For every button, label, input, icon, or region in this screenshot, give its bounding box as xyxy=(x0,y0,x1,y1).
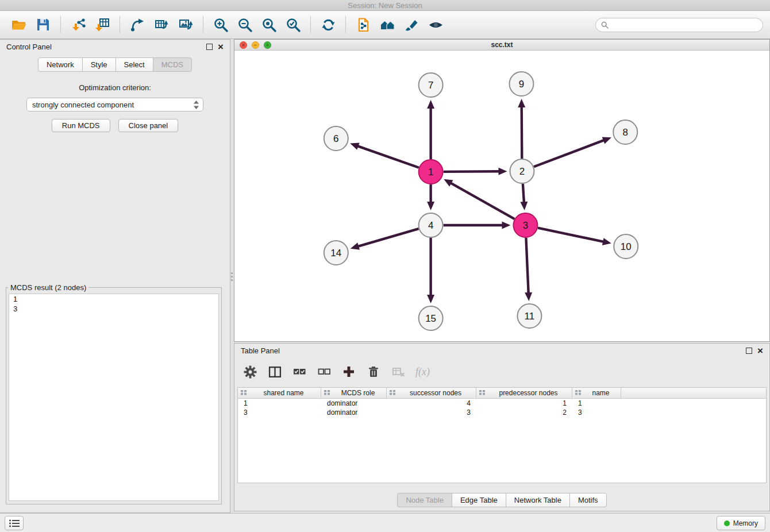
edge-2-9[interactable] xyxy=(522,106,522,159)
edge-arrowhead xyxy=(520,202,528,210)
graph-node-4[interactable]: 4 xyxy=(419,213,443,237)
import-table-button[interactable] xyxy=(90,13,114,36)
add-column-button[interactable] xyxy=(341,364,356,379)
apply-style-button[interactable] xyxy=(399,13,424,36)
toolbar-separator xyxy=(60,16,61,33)
edge-1-6[interactable] xyxy=(357,146,419,168)
graph-node-7[interactable]: 7 xyxy=(419,73,443,97)
graph-node-1[interactable]: 1 xyxy=(419,160,443,184)
node-table: shared nameMCDS rolesuccessor nodesprede… xyxy=(237,387,767,483)
export-image-icon xyxy=(178,17,194,33)
zoom-fit-icon xyxy=(261,17,277,33)
graph-node-8[interactable]: 8 xyxy=(613,120,637,144)
zoom-out-button[interactable] xyxy=(233,13,257,36)
save-session-button[interactable] xyxy=(31,13,55,36)
edge-3-10[interactable] xyxy=(538,228,605,242)
mcds-result-list[interactable]: 13 xyxy=(9,294,219,501)
table-row[interactable]: 1dominator411 xyxy=(238,399,766,408)
mcds-result-item[interactable]: 3 xyxy=(9,304,218,314)
panel-toggle-button[interactable] xyxy=(5,516,24,530)
network-document-button[interactable] xyxy=(351,13,375,36)
close-panel-button[interactable]: Close panel xyxy=(118,119,179,132)
column-header-MCDS-role[interactable]: MCDS role xyxy=(321,388,387,398)
search-field[interactable] xyxy=(595,18,763,32)
graph-node-6[interactable]: 6 xyxy=(324,126,348,151)
close-panel-icon[interactable]: × xyxy=(218,44,224,50)
tab-style[interactable]: Style xyxy=(82,57,116,72)
table-settings-button[interactable] xyxy=(242,364,257,379)
function-builder-button-disabled: f(x) xyxy=(415,364,430,379)
panel-divider-grip[interactable] xyxy=(230,269,233,284)
tab-mcds[interactable]: MCDS xyxy=(153,57,192,72)
node-label: 7 xyxy=(428,80,433,91)
node-label: 15 xyxy=(425,313,436,324)
float-panel-icon[interactable] xyxy=(206,44,213,50)
import-network-button[interactable] xyxy=(66,13,90,36)
graph-node-10[interactable]: 10 xyxy=(614,234,638,259)
apply-layout-button[interactable] xyxy=(316,13,340,36)
control-panel-buttons: Run MCDS Close panel xyxy=(0,119,230,132)
edge-2-8[interactable] xyxy=(534,140,605,167)
plus-icon xyxy=(342,365,355,378)
toggle-visibility-button[interactable] xyxy=(424,13,448,36)
graph-node-15[interactable]: 15 xyxy=(419,306,443,330)
edge-4-14[interactable] xyxy=(357,229,418,246)
export-table-button[interactable] xyxy=(149,13,174,36)
edge-1-2[interactable] xyxy=(444,171,500,172)
status-bar: Memory xyxy=(0,513,770,532)
close-window-icon[interactable]: × xyxy=(240,41,247,49)
table-cell: 3 xyxy=(572,408,621,417)
float-panel-icon[interactable] xyxy=(746,348,752,354)
tab-network[interactable]: Network xyxy=(38,57,83,72)
new-network-button[interactable] xyxy=(125,13,149,36)
memory-button[interactable]: Memory xyxy=(717,516,765,530)
node-label: 3 xyxy=(523,220,528,231)
network-canvas[interactable]: 7968124314101511 xyxy=(234,51,769,341)
mcds-result-item[interactable]: 1 xyxy=(9,294,218,304)
graph-node-14[interactable]: 14 xyxy=(324,241,348,265)
maximize-window-icon[interactable]: + xyxy=(264,41,271,49)
zoom-selected-icon xyxy=(286,17,301,33)
edge-3-11[interactable] xyxy=(526,238,528,294)
search-input[interactable] xyxy=(611,21,757,29)
zoom-fit-button[interactable] xyxy=(257,13,281,36)
delete-column-icon xyxy=(392,365,405,378)
node-label: 4 xyxy=(428,220,433,231)
close-panel-icon[interactable]: × xyxy=(757,348,763,354)
column-header-shared-name[interactable]: shared name xyxy=(238,388,321,398)
export-image-button[interactable] xyxy=(174,13,198,36)
tab-node-table[interactable]: Node Table xyxy=(397,493,452,507)
tab-edge-table[interactable]: Edge Table xyxy=(452,493,506,507)
delete-rows-button[interactable] xyxy=(366,364,381,379)
deselect-all-button[interactable] xyxy=(317,364,332,379)
toolbar-separator xyxy=(310,16,311,33)
zoom-in-button[interactable] xyxy=(209,13,233,36)
network-view-window: × − + scc.txt 7968124314101511 xyxy=(234,39,770,342)
houses-icon xyxy=(380,17,395,33)
network-window-titlebar[interactable]: × − + scc.txt xyxy=(234,40,769,51)
graph-node-2[interactable]: 2 xyxy=(510,159,534,183)
column-header-name[interactable]: name xyxy=(572,388,621,398)
column-header-predecessor-nodes[interactable]: predecessor nodes xyxy=(476,388,572,398)
control-panel-header: Control Panel × xyxy=(0,40,230,54)
edge-3-1[interactable] xyxy=(450,183,515,219)
column-header-successor-nodes[interactable]: successor nodes xyxy=(387,388,476,398)
graph-node-9[interactable]: 9 xyxy=(509,72,533,96)
graph-node-3[interactable]: 3 xyxy=(513,213,537,237)
show-networks-button[interactable] xyxy=(375,13,399,36)
show-column-panel-button[interactable] xyxy=(267,364,282,379)
tab-network-table[interactable]: Network Table xyxy=(506,493,570,507)
open-session-button[interactable] xyxy=(7,13,31,36)
select-all-button[interactable] xyxy=(292,364,307,379)
table-row[interactable]: 3dominator323 xyxy=(238,408,766,417)
criterion-select[interactable]: strongly connected component xyxy=(26,98,203,111)
graph-node-11[interactable]: 11 xyxy=(517,304,541,328)
minimize-window-icon[interactable]: − xyxy=(252,41,259,49)
zoom-selected-button[interactable] xyxy=(281,13,305,36)
tab-select[interactable]: Select xyxy=(116,57,153,72)
edge-2-3[interactable] xyxy=(523,184,524,203)
edge-arrowhead xyxy=(350,142,359,149)
tab-motifs[interactable]: Motifs xyxy=(569,493,607,507)
table-cell: 3 xyxy=(238,408,321,417)
run-mcds-button[interactable]: Run MCDS xyxy=(52,119,110,132)
